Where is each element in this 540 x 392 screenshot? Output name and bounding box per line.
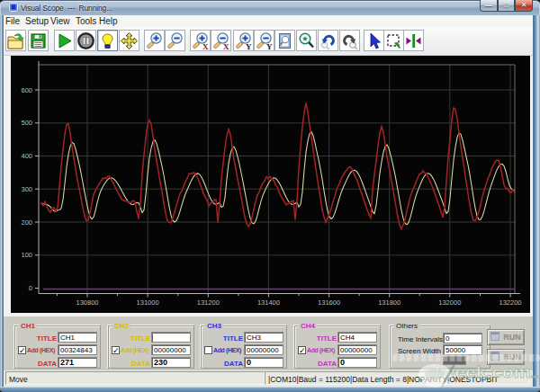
svg-text:100: 100 xyxy=(21,251,32,259)
svg-text:132200: 132200 xyxy=(499,298,521,307)
svg-text:131600: 131600 xyxy=(318,298,340,307)
svg-text:0: 0 xyxy=(29,284,32,292)
svg-text:131800: 131800 xyxy=(378,298,400,307)
svg-text:Y: Y xyxy=(246,42,252,51)
svg-text:132000: 132000 xyxy=(438,298,461,307)
svg-text:200: 200 xyxy=(21,218,32,227)
svg-text:400: 400 xyxy=(21,152,32,160)
svg-text:Y: Y xyxy=(266,42,273,51)
svg-text:X: X xyxy=(223,42,230,51)
svg-text:600: 600 xyxy=(21,86,32,94)
svg-text:300: 300 xyxy=(21,185,32,193)
svg-text:131400: 131400 xyxy=(257,298,280,307)
svg-text:131200: 131200 xyxy=(197,298,220,307)
svg-text:131000: 131000 xyxy=(137,298,159,307)
svg-text:X: X xyxy=(202,42,209,51)
svg-text:500: 500 xyxy=(21,119,32,127)
svg-text:130800: 130800 xyxy=(76,298,98,307)
